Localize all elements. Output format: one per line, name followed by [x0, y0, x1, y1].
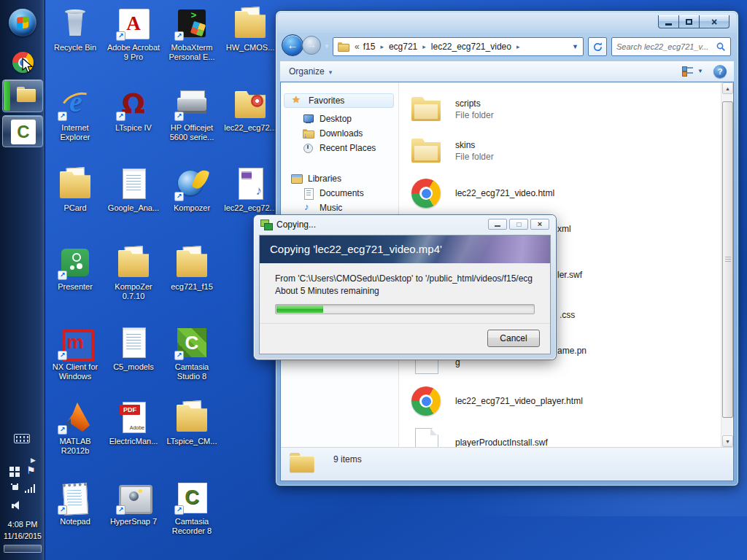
file-row-player-html[interactable]: lec22_ecg721_video_player.html	[400, 385, 721, 420]
desktop-icon-acrobat[interactable]: ↗Adobe Acrobat 9 Pro	[104, 6, 163, 62]
desktop-icon-lec22-folder[interactable]: ↗lec22_ecg72...	[221, 86, 279, 133]
taskbar: C ▶ ⚑ 4:08 PM 11/16/2015	[0, 0, 45, 560]
desktop-icon-hp-officejet[interactable]: ↗HP Officejet 5600 serie...	[163, 86, 221, 142]
sidebar-item-favorites[interactable]: Favorites	[284, 93, 394, 108]
taskbar-chrome-icon[interactable]	[12, 52, 34, 73]
desktop-icon-hw-cmos[interactable]: ↗HW_CMOS...	[221, 6, 279, 52]
breadcrumb-segment-ecg721[interactable]: ecg721	[389, 42, 417, 52]
pdf-file-icon: ↗Adobe	[116, 400, 151, 435]
windows7-desktop: { "desktop": { "icons": [ {"label":"Recy…	[0, 0, 747, 560]
breadcrumb-overflow[interactable]: «	[355, 42, 360, 52]
scroll-up-arrow[interactable]: ▲	[722, 82, 733, 94]
close-button[interactable]: ×	[699, 15, 729, 28]
touch-keyboard-icon[interactable]	[14, 434, 30, 443]
acrobat-icon: ↗	[116, 6, 151, 41]
breadcrumb-segment-f15[interactable]: f15	[363, 42, 376, 52]
dialog-body: Copying 'lec22_ecg721_video.mp4' From 'C…	[259, 235, 551, 354]
back-button[interactable]: ←	[282, 34, 303, 56]
desktop-monitor-icon	[303, 113, 314, 125]
view-dropdown-chevron[interactable]: ▼	[697, 68, 703, 74]
desktop-icon-mobaxterm[interactable]: ↗MobaXterm Personal E...	[163, 6, 221, 62]
folder-icon: ↗	[233, 6, 268, 41]
desktop-icon-ecg721-f15[interactable]: ↗ecg721_f15	[163, 245, 221, 292]
window-caption-buttons: ×	[658, 15, 729, 28]
taskbar-copy-progress	[4, 81, 10, 111]
libraries-icon	[291, 173, 303, 184]
organize-menu[interactable]: Organize	[289, 66, 332, 77]
vertical-scrollbar[interactable]: ▲ ▼	[721, 82, 733, 447]
remove-hardware-icon[interactable]	[11, 483, 20, 494]
chrome-html-icon	[411, 179, 441, 208]
file-row-video-html[interactable]: lec22_ecg721_video.html	[400, 177, 721, 212]
dialog-minimize-button[interactable]	[488, 219, 507, 230]
breadcrumb-segment-video[interactable]: lec22_ecg721_video	[431, 42, 511, 52]
help-icon[interactable]	[713, 65, 727, 78]
address-bar[interactable]: « f15 ▸ ecg721 ▸ lec22_ecg721_video ▸ ▼	[333, 37, 584, 56]
maximize-button[interactable]	[679, 15, 699, 28]
action-center-flag-icon[interactable]: ⚑	[26, 464, 36, 476]
show-desktop-button[interactable]	[4, 545, 42, 553]
desktop-icon-pcard[interactable]: ↗PCard	[46, 166, 104, 213]
desktop-icon-kompozer-folder[interactable]: ↗KompoZer 0.7.10	[104, 245, 163, 301]
sidebar-item-libraries[interactable]: Libraries	[281, 171, 394, 186]
ltspice-icon: ↗	[116, 86, 151, 121]
minimize-button[interactable]	[658, 15, 679, 28]
music-note-icon	[303, 202, 314, 214]
windows-flag-icon	[17, 16, 28, 29]
forward-button[interactable]: →	[302, 36, 321, 55]
desktop-icon-lec22-media[interactable]: ↗lec22_ecg72...	[221, 166, 279, 213]
media-folder-icon: ↗	[233, 86, 268, 121]
desktop-icon-camtasia-recorder[interactable]: ↗Camtasia Recorder 8	[163, 480, 221, 536]
scrollbar-thumb[interactable]	[722, 101, 733, 418]
desktop-icon-ltspice[interactable]: ↗LTspice IV	[104, 86, 163, 133]
copying-dialog: Copying... × Copying 'lec22_ecg721_video…	[254, 215, 556, 359]
search-input[interactable]	[616, 38, 714, 55]
sidebar-item-recent-places[interactable]: Recent Places	[281, 141, 394, 155]
sidebar-item-music[interactable]: Music	[281, 201, 394, 215]
item-count: 9 items	[333, 454, 362, 464]
address-dropdown-chevron[interactable]: ▼	[572, 43, 578, 50]
sidebar-item-desktop[interactable]: Desktop	[281, 112, 394, 126]
nav-history-chevron[interactable]: ▼	[324, 43, 330, 50]
dialog-close-button[interactable]: ×	[530, 219, 549, 230]
dialog-titlebar[interactable]: Copying... ×	[254, 215, 556, 235]
breadcrumb-separator: ▸	[422, 43, 426, 50]
desktop-icon-electricman[interactable]: ↗AdobeElectricMan...	[104, 400, 163, 446]
desktop-icon-camtasia-studio[interactable]: ↗Camtasia Studio 8	[163, 325, 221, 381]
desktop-icon-matlab[interactable]: ↗MATLAB R2012b	[46, 400, 104, 456]
clock-time[interactable]: 4:08 PM	[0, 520, 45, 529]
tray-grid-icon[interactable]	[9, 467, 20, 478]
cancel-button[interactable]: Cancel	[487, 330, 540, 347]
scroll-down-arrow[interactable]: ▼	[722, 435, 733, 447]
taskbar-explorer-button[interactable]	[2, 79, 43, 112]
taskbar-camtasia-button[interactable]: C	[2, 115, 43, 147]
dialog-title: Copying...	[276, 219, 316, 230]
desktop-icon-ltspice-cm[interactable]: ↗LTspice_CM...	[163, 400, 221, 446]
file-row-skins[interactable]: skins File folder	[400, 136, 721, 171]
desktop-icon-presenter[interactable]: ↗Presenter	[46, 245, 104, 292]
desktop-icon-recycle-bin[interactable]: ↗Recycle Bin	[46, 6, 104, 52]
clock-date[interactable]: 11/16/2015	[0, 532, 45, 540]
change-view-icon[interactable]	[682, 66, 693, 76]
desktop-icon-kompozer[interactable]: ↗Kompozer	[163, 166, 221, 213]
volume-icon[interactable]	[12, 501, 22, 510]
matlab-icon: ↗	[58, 400, 93, 435]
folder-icon: ↗	[174, 245, 209, 280]
desktop-icon-nx-client[interactable]: ↗NX Client for Windows	[46, 325, 104, 381]
desktop-icon-hypersnap[interactable]: ↗HyperSnap 7	[104, 480, 163, 526]
desktop-icon-notepad[interactable]: ↗Notepad	[46, 480, 104, 526]
desktop-icon-c5-models[interactable]: ↗C5_models	[104, 325, 163, 372]
explorer-toolbar: Organize ▼	[280, 61, 734, 82]
show-hidden-icons-arrow[interactable]: ▶	[31, 456, 36, 464]
refresh-button[interactable]	[588, 37, 607, 56]
desktop-icon-google-ana[interactable]: ↗Google_Ana...	[104, 166, 163, 213]
sidebar-item-documents[interactable]: Documents	[281, 186, 394, 201]
start-button[interactable]	[9, 9, 36, 36]
network-signal-icon[interactable]	[25, 483, 36, 493]
desktop-icon-internet-explorer[interactable]: ↗Internet Explorer	[46, 86, 104, 142]
mobaxterm-icon: ↗	[174, 6, 209, 41]
folder-icon	[411, 94, 441, 126]
dialog-footer: Cancel	[260, 323, 550, 354]
file-row-scripts[interactable]: scripts File folder	[400, 94, 721, 129]
sidebar-item-downloads[interactable]: Downloads	[281, 126, 394, 141]
